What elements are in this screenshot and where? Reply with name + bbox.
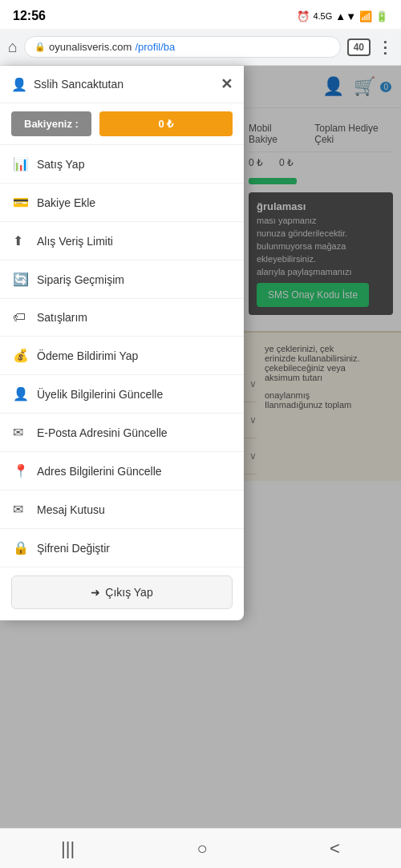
logout-label: Çıkış Yap xyxy=(105,586,152,599)
close-button[interactable]: ✕ xyxy=(221,75,233,93)
user-avatar-icon: 👤 xyxy=(11,77,27,92)
menu-item-bakiye-ekle[interactable]: 💳 Bakiye Ekle xyxy=(0,184,244,222)
person-icon: 👤 xyxy=(13,386,29,402)
email-icon: ✉ xyxy=(13,425,29,440)
status-bar: 12:56 ⏰ 4.5G ▲▼ 📶 🔋 xyxy=(0,0,401,29)
inbox-icon: ✉ xyxy=(13,502,29,517)
url-base: oyunalisveris.com xyxy=(49,41,132,53)
menu-item-satis-yap[interactable]: 📊 Satış Yap xyxy=(0,145,244,184)
balance-label-button[interactable]: Bakiyeniz : xyxy=(11,111,91,136)
logout-icon: ➜ xyxy=(91,586,100,599)
tag-icon: 🏷 xyxy=(13,310,29,325)
menu-item-label: Ödeme Bildirimi Yap xyxy=(37,349,138,362)
menu-item-label: Bakiye Ekle xyxy=(37,196,95,209)
balance-row: Bakiyeniz : 0 ₺ xyxy=(0,103,244,145)
credit-card-icon: 💳 xyxy=(13,195,29,210)
bottom-nav: ||| ○ < xyxy=(0,828,401,868)
menu-item-sifreni-degistir[interactable]: 🔒 Şifreni Değiştir xyxy=(0,529,244,567)
signal-icon: ▲▼ xyxy=(335,10,356,22)
menu-item-label: Adres Bilgilerini Güncelle xyxy=(37,465,162,478)
menu-item-label: Mesaj Kutusu xyxy=(37,503,105,516)
browser-bar: ⌂ 🔒 oyunalisveris.com /profil/ba 40 ⋮ xyxy=(0,29,401,66)
menu-item-alis-veris-limiti[interactable]: ⬆ Alış Veriş Limiti xyxy=(0,222,244,260)
status-icons: ⏰ 4.5G ▲▼ 📶 🔋 xyxy=(297,10,388,22)
url-bar[interactable]: 🔒 oyunalisveris.com /profil/ba xyxy=(24,36,341,58)
upload-icon: ⬆ xyxy=(13,233,29,248)
status-time: 12:56 xyxy=(13,9,46,23)
lock-icon: 🔒 xyxy=(34,42,46,52)
nav-home-button[interactable]: ○ xyxy=(196,838,207,859)
lock-icon: 🔒 xyxy=(13,540,29,555)
menu-item-label: Satışlarım xyxy=(37,311,87,324)
drawer-menu: 👤 Sslih Sancaktutan ✕ Bakiyeniz : 0 ₺ 📊 … xyxy=(0,66,244,620)
home-icon[interactable]: ⌂ xyxy=(8,38,18,56)
menu-item-label: Sipariş Geçmişim xyxy=(37,273,124,286)
menu-item-mesaj-kutusu[interactable]: ✉ Mesaj Kutusu xyxy=(0,491,244,529)
menu-item-label: E-Posta Adresini Güncelle xyxy=(37,426,168,439)
menu-item-uyelik-bilgileri[interactable]: 👤 Üyelik Bilgilerini Güncelle xyxy=(0,375,244,414)
logout-button[interactable]: ➜ Çıkış Yap xyxy=(11,575,233,609)
nav-menu-button[interactable]: ||| xyxy=(61,838,75,859)
bar-chart-icon: 📊 xyxy=(13,156,29,172)
menu-item-label: Alış Veriş Limiti xyxy=(37,235,113,248)
drawer-header: 👤 Sslih Sancaktutan ✕ xyxy=(0,66,244,103)
nav-back-button[interactable]: < xyxy=(330,838,340,859)
url-path: /profil/ba xyxy=(135,41,175,53)
username: Sslih Sancaktutan xyxy=(34,78,124,91)
alarm-icon: ⏰ xyxy=(297,10,310,22)
tab-count[interactable]: 40 xyxy=(347,38,371,56)
menu-item-satislarim[interactable]: 🏷 Satışlarım xyxy=(0,299,244,337)
history-icon: 🔄 xyxy=(13,272,29,287)
location-icon: 📍 xyxy=(13,463,29,478)
menu-item-adres-guncelle[interactable]: 📍 Adres Bilgilerini Güncelle xyxy=(0,452,244,491)
menu-items-list: 📊 Satış Yap 💳 Bakiye Ekle ⬆ Alış Veriş L… xyxy=(0,145,244,567)
menu-item-eposta-guncelle[interactable]: ✉ E-Posta Adresini Güncelle xyxy=(0,414,244,452)
main-content: S 👤 🛒 0 Mobil Bakiye Toplam Hediye Çeki … xyxy=(0,66,401,868)
balance-value-button[interactable]: 0 ₺ xyxy=(99,111,233,136)
browser-menu-icon[interactable]: ⋮ xyxy=(377,38,393,57)
signal-text: 4.5G xyxy=(313,11,332,21)
menu-item-label: Üyelik Bilgilerini Güncelle xyxy=(37,388,163,401)
menu-item-odeme-bildirimi[interactable]: 💰 Ödeme Bildirimi Yap xyxy=(0,337,244,375)
menu-item-label: Satış Yap xyxy=(37,158,84,171)
user-info: 👤 Sslih Sancaktutan xyxy=(11,77,124,92)
wifi-icon: 📶 xyxy=(359,10,372,22)
battery-icon: 🔋 xyxy=(375,10,388,22)
menu-item-label: Şifreni Değiştir xyxy=(37,542,110,555)
menu-item-siparis-gecmisim[interactable]: 🔄 Sipariş Geçmişim xyxy=(0,260,244,299)
payment-icon: 💰 xyxy=(13,348,29,363)
